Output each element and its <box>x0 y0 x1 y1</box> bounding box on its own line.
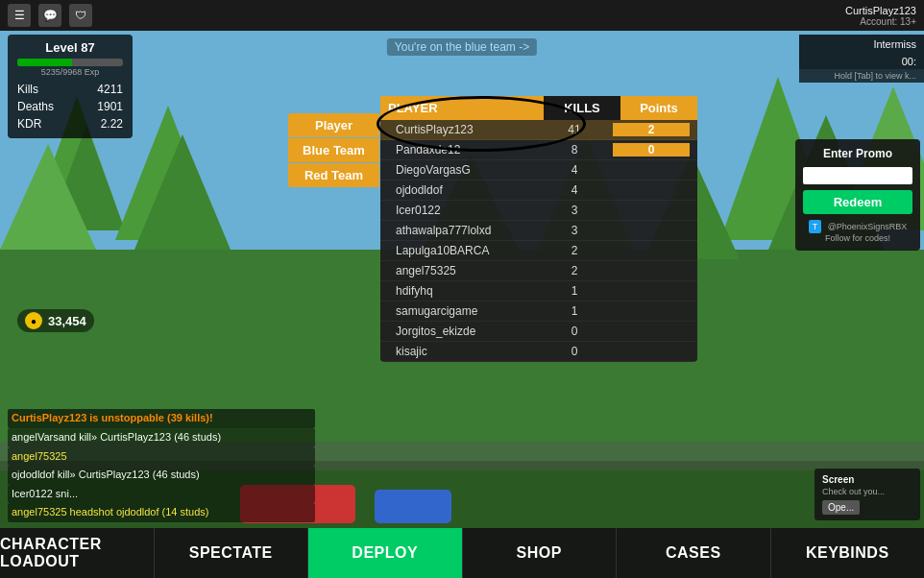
promo-input[interactable] <box>803 167 912 184</box>
points-cell <box>613 244 690 257</box>
coin-icon: ● <box>25 312 42 329</box>
hamburger-menu-icon[interactable]: ☰ <box>8 4 31 27</box>
red-team-button[interactable]: Red Team <box>288 163 379 187</box>
kills-cell: 41 <box>536 123 613 136</box>
level-display: Level 87 <box>17 40 123 55</box>
stat-row-deaths: Deaths 1901 <box>17 98 123 115</box>
scoreboard-row: CurtisPlayz123 41 2 <box>380 120 697 140</box>
points-cell <box>613 163 690 177</box>
chat-icon[interactable]: 💬 <box>38 4 61 27</box>
player-name-cell: hdifyhq <box>388 284 536 298</box>
player-name-cell: Icer0122 <box>388 204 536 217</box>
kdr-value: 2.22 <box>101 115 123 132</box>
scoreboard-header: PLAYER KILLS Points <box>380 96 697 120</box>
screen-info-title: Screen <box>822 474 912 485</box>
blue-team-notice: You're on the blue team -> <box>387 38 537 56</box>
points-cell <box>613 345 690 358</box>
scoreboard: PLAYER KILLS Points CurtisPlayz123 41 2 … <box>380 96 697 362</box>
kills-cell: 8 <box>536 143 613 157</box>
scoreboard-row: Pandaxde12 8 0 <box>380 140 697 160</box>
nav-item-shop[interactable]: SHOP <box>463 528 618 578</box>
nav-item-spectate[interactable]: SPECTATE <box>155 528 309 578</box>
user-info: CurtisPlayz123 Account: 13+ <box>845 5 916 27</box>
blue-team-button[interactable]: Blue Team <box>288 138 379 162</box>
scoreboard-row: angel75325 2 <box>380 261 697 281</box>
nav-item-character-loadout[interactable]: CHARACTER LOADOUT <box>0 528 155 578</box>
intermission-label: Intermiss <box>799 35 924 54</box>
promo-title: Enter Promo <box>803 147 912 160</box>
nav-item-keybinds[interactable]: KEYBINDS <box>771 528 925 578</box>
points-cell <box>613 183 690 197</box>
scoreboard-row: athawalpa777lolxd 3 <box>380 221 697 241</box>
promo-box: Enter Promo Redeem T @PhoenixSignsRBX Fo… <box>795 139 920 251</box>
player-name-cell: CurtisPlayz123 <box>388 123 536 136</box>
player-name-cell: Jorgitos_ekizde <box>388 325 536 338</box>
kills-value: 4211 <box>97 81 123 98</box>
points-cell <box>613 325 690 338</box>
scoreboard-row: samugarcigame 1 <box>380 301 697 322</box>
scoreboard-row: Jorgitos_ekizde 0 <box>380 322 697 342</box>
exp-text: 5235/9968 Exp <box>17 67 123 77</box>
kills-cell: 1 <box>536 304 613 318</box>
player-name-cell: ojdodldof <box>388 183 536 197</box>
exp-bar <box>17 59 123 66</box>
kill-feed-message: angel75325 headshot ojdodldof (14 studs) <box>8 503 315 522</box>
points-column-header: Points <box>620 96 697 120</box>
player-button[interactable]: Player <box>288 113 379 137</box>
kdr-label: KDR <box>17 115 41 132</box>
screen-info-box: Screen Check out you... Ope... <box>815 469 920 520</box>
kills-cell: 4 <box>536 183 613 197</box>
points-cell <box>613 304 690 318</box>
kills-cell: 3 <box>536 204 613 217</box>
player-name-cell: DiegoVargasG <box>388 163 536 177</box>
tab-hint: Hold [Tab] to view k... <box>799 69 924 83</box>
scoreboard-row: kisajic 0 <box>380 342 697 362</box>
username-display: CurtisPlayz123 <box>845 5 916 16</box>
kills-cell: 2 <box>536 264 613 277</box>
scoreboard-row: Icer0122 3 <box>380 201 697 221</box>
player-name-cell: Lapulga10BARCA <box>388 244 536 257</box>
player-name-cell: athawalpa777lolxd <box>388 224 536 237</box>
twitter-icon[interactable]: T <box>809 220 822 233</box>
scoreboard-row: DiegoVargasG 4 <box>380 160 697 181</box>
coins-amount: 33,454 <box>48 314 86 328</box>
points-cell <box>613 284 690 298</box>
kills-cell: 0 <box>536 345 613 358</box>
stats-panel: Level 87 5235/9968 Exp Kills 4211 Deaths… <box>8 35 133 138</box>
deaths-value: 1901 <box>97 98 123 115</box>
kills-cell: 2 <box>536 244 613 257</box>
scoreboard-row: hdifyhq 1 <box>380 281 697 301</box>
open-button[interactable]: Ope... <box>822 500 860 515</box>
stat-row-kills: Kills 4211 <box>17 81 123 98</box>
scoreboard-row: ojdodldof 4 <box>380 181 697 201</box>
top-bar: ☰ 💬 🛡 CurtisPlayz123 Account: 13+ <box>0 0 924 31</box>
kill-feed-message: CurtisPlayz123 is unstoppable (39 kills)… <box>8 409 315 428</box>
points-cell <box>613 224 690 237</box>
player-name-cell: samugarcigame <box>388 304 536 318</box>
kills-cell: 1 <box>536 284 613 298</box>
nav-item-cases[interactable]: CASES <box>617 528 771 578</box>
points-cell: 2 <box>613 123 690 136</box>
nav-item-deploy[interactable]: DEPLOY <box>308 528 463 578</box>
shield-icon[interactable]: 🛡 <box>69 4 92 27</box>
points-cell <box>613 264 690 277</box>
right-panel: Intermiss 00: Hold [Tab] to view k... <box>799 35 924 83</box>
player-column-header: PLAYER <box>380 96 544 120</box>
exp-bar-fill <box>17 59 72 66</box>
social-info: T @PhoenixSignsRBX Follow for codes! <box>803 220 912 243</box>
kill-feed-message: angelVarsand kill» CurtisPlayz123 (46 st… <box>8 428 315 447</box>
kills-cell: 0 <box>536 325 613 338</box>
player-name-cell: angel75325 <box>388 264 536 277</box>
scoreboard-table: CurtisPlayz123 41 2 Pandaxde12 8 0 Diego… <box>380 120 697 362</box>
account-info: Account: 13+ <box>845 16 916 27</box>
top-bar-left: ☰ 💬 🛡 <box>8 4 92 27</box>
deaths-label: Deaths <box>17 98 54 115</box>
points-cell: 0 <box>613 143 690 157</box>
social-text: @PhoenixSignsRBX Follow for codes! <box>825 222 907 243</box>
redeem-button[interactable]: Redeem <box>803 190 912 214</box>
points-cell <box>613 204 690 217</box>
kills-column-header: KILLS <box>544 96 620 120</box>
stat-row-kdr: KDR 2.22 <box>17 115 123 132</box>
screen-info-text: Check out you... <box>822 487 912 496</box>
kills-label: Kills <box>17 81 38 98</box>
